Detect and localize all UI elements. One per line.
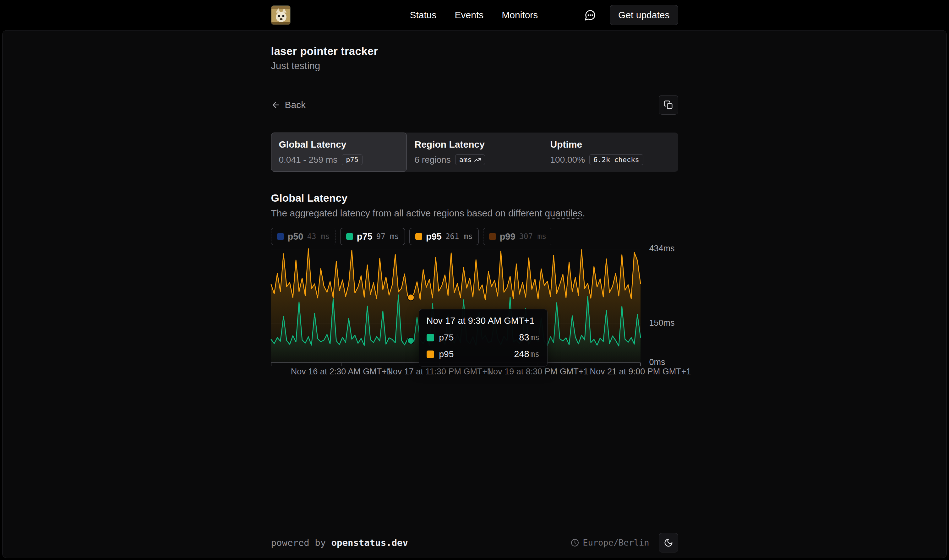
- openstatus-brand-link[interactable]: openstatus.dev: [331, 537, 408, 548]
- tooltip-value: 83: [519, 332, 529, 343]
- description-text: The aggregated latency from all active r…: [271, 208, 545, 218]
- legend-chip-content: p5043 ms: [277, 231, 330, 242]
- tab-badge-label: 6.2k checks: [594, 156, 639, 164]
- chart-tooltip: Nov 17 at 9:30 AM GMT+1 p7583msp95248ms: [419, 309, 548, 366]
- moon-icon: [664, 538, 673, 548]
- cat-logo-image: [271, 6, 291, 25]
- tab-subtitle-text: 6 regions: [415, 155, 451, 165]
- legend-chip-p99[interactable]: p99307 ms: [483, 228, 552, 245]
- arrow-left-icon: [271, 100, 280, 109]
- copy-link-button[interactable]: [659, 95, 678, 115]
- page-footer: powered by openstatus.dev Europe/Berlin: [3, 527, 946, 558]
- x-tick-label: Nov 17 at 11:30 PM GMT+1: [387, 367, 492, 377]
- copy-icon: [664, 100, 673, 109]
- trending-up-icon: [474, 156, 481, 163]
- tab-subtitle: 6 regionsams: [415, 154, 535, 165]
- chat-bubble-icon: [584, 9, 596, 21]
- tab-title: Global Latency: [279, 139, 399, 150]
- legend-chip-content: p95261 ms: [415, 231, 473, 242]
- legend-label: p99: [500, 231, 515, 242]
- tab-subtitle: 100.00%6.2k checks: [551, 154, 671, 165]
- tab-badge: ams: [455, 154, 485, 165]
- x-tick: [341, 363, 341, 366]
- hover-dot-p95: [408, 294, 414, 301]
- y-tick-label-150: 150ms: [649, 318, 675, 328]
- tab-title: Uptime: [551, 139, 671, 150]
- tooltip-row-p95: p95248ms: [427, 349, 540, 359]
- section-title: Global Latency: [271, 192, 678, 204]
- p75-color-swatch: [346, 233, 353, 240]
- powered-by[interactable]: powered by openstatus.dev: [271, 537, 408, 548]
- chart-plot-area[interactable]: 434ms150ms0ms Nov 17 at 9:30 AM GMT+1 p7…: [271, 249, 640, 362]
- p75-tooltip-swatch: [427, 334, 434, 342]
- legend-label: p95: [426, 231, 442, 242]
- x-tick: [271, 363, 271, 366]
- nav-links: StatusEventsMonitors: [410, 10, 538, 20]
- tooltip-rows: p7583msp95248ms: [427, 332, 540, 359]
- p95-color-swatch: [415, 233, 422, 240]
- legend-value: 43 ms: [307, 232, 329, 241]
- tab-global-latency[interactable]: Global Latency0.041 - 259 msp75: [271, 132, 407, 172]
- powered-prefix: powered by: [271, 537, 331, 548]
- tab-subtitle-text: 0.041 - 259 ms: [279, 155, 338, 165]
- x-tick-label: Nov 21 at 9:00 PM GMT+1: [590, 367, 691, 377]
- legend-chip-p50[interactable]: p5043 ms: [271, 228, 336, 245]
- x-tick-label: Nov 16 at 2:30 AM GMT+1: [291, 367, 391, 377]
- back-label: Back: [285, 100, 306, 110]
- tooltip-unit: ms: [531, 350, 540, 358]
- tab-region-latency[interactable]: Region Latency6 regionsams: [407, 132, 543, 172]
- tab-title: Region Latency: [415, 139, 535, 150]
- tooltip-row-p75: p7583ms: [427, 332, 540, 343]
- p50-color-swatch: [277, 233, 284, 240]
- status-page-card: laser pointer tracker Just testing Back …: [2, 30, 947, 558]
- tab-badge-label: ams: [459, 156, 472, 164]
- y-tick-label-0: 0ms: [649, 357, 665, 367]
- tab-subtitle-text: 100.00%: [551, 155, 585, 165]
- quantiles-link[interactable]: quantiles: [545, 208, 582, 219]
- legend-chip-p75[interactable]: p7597 ms: [340, 228, 405, 245]
- timezone-display: Europe/Berlin: [571, 538, 649, 548]
- legend-label: p50: [288, 231, 303, 242]
- nav-link-events[interactable]: Events: [455, 10, 484, 20]
- p95-tooltip-swatch: [427, 351, 434, 358]
- legend-label: p75: [357, 231, 372, 242]
- hover-dot-p75: [408, 337, 414, 344]
- theme-toggle-button[interactable]: [659, 533, 678, 552]
- top-nav: StatusEventsMonitors Get updates: [0, 0, 949, 30]
- section-description: The aggregated latency from all active r…: [271, 208, 678, 218]
- legend-chip-content: p99307 ms: [489, 231, 547, 242]
- clock-icon: [571, 538, 579, 547]
- legend-chip-content: p7597 ms: [346, 231, 399, 242]
- page-subtitle: Just testing: [271, 60, 678, 72]
- x-tick: [640, 363, 641, 366]
- get-updates-button[interactable]: Get updates: [610, 5, 678, 25]
- chart-legend: p5043 msp7597 msp95261 msp99307 ms: [271, 228, 678, 245]
- x-axis-tick-labels: Nov 16 at 2:30 AM GMT+1Nov 17 at 11:30 P…: [271, 367, 640, 381]
- legend-chip-p95[interactable]: p95261 ms: [409, 228, 479, 245]
- p99-color-swatch: [489, 233, 496, 240]
- site-logo[interactable]: [271, 5, 291, 25]
- tooltip-series-label: p75: [439, 332, 454, 343]
- back-link[interactable]: Back: [271, 100, 306, 110]
- tab-subtitle: 0.041 - 259 msp75: [279, 154, 399, 165]
- nav-link-status[interactable]: Status: [410, 10, 437, 20]
- tooltip-value: 248: [514, 349, 529, 359]
- tab-badge-label: p75: [346, 156, 358, 164]
- metric-tabs: Global Latency0.041 - 259 msp75Region La…: [271, 132, 678, 172]
- tooltip-title: Nov 17 at 9:30 AM GMT+1: [427, 315, 540, 326]
- x-tick-label: Nov 19 at 8:30 PM GMT+1: [487, 367, 588, 377]
- tooltip-unit: ms: [531, 333, 540, 342]
- description-period: .: [582, 208, 585, 218]
- legend-value: 307 ms: [519, 232, 547, 241]
- feedback-chat-button[interactable]: [583, 8, 597, 22]
- tooltip-series-label: p95: [439, 349, 454, 359]
- tab-uptime[interactable]: Uptime100.00%6.2k checks: [543, 132, 678, 172]
- y-tick-label-434: 434ms: [649, 244, 675, 254]
- nav-link-monitors[interactable]: Monitors: [502, 10, 538, 20]
- timezone-label: Europe/Berlin: [583, 538, 649, 548]
- tab-badge: p75: [342, 154, 363, 165]
- latency-chart[interactable]: 434ms150ms0ms Nov 17 at 9:30 AM GMT+1 p7…: [271, 249, 678, 381]
- legend-value: 261 ms: [445, 232, 473, 241]
- tab-badge: 6.2k checks: [589, 154, 643, 165]
- page-title: laser pointer tracker: [271, 45, 678, 57]
